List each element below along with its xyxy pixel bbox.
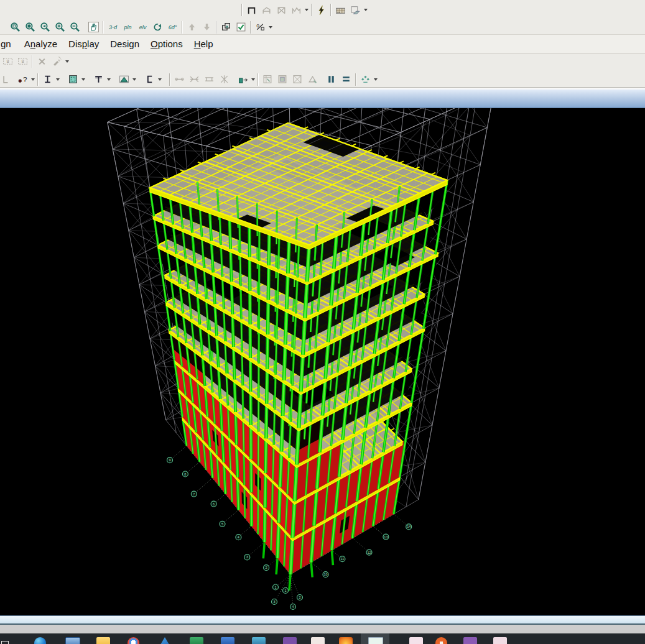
draw-wall-icon[interactable] [142, 72, 157, 87]
template-icon[interactable] [348, 2, 363, 17]
etabs-active-icon[interactable] [368, 637, 383, 644]
view-plan-icon[interactable]: pln [120, 20, 135, 35]
mesh-b-icon[interactable] [275, 72, 290, 87]
word-icon[interactable] [221, 637, 234, 644]
bridge-model-icon[interactable] [333, 2, 348, 17]
move-down-story-icon[interactable] [199, 20, 214, 35]
menu-item-help[interactable]: Help [188, 36, 219, 52]
3d-model-canvas[interactable]: 12345678910111213141234 [0, 108, 645, 615]
toolbar-separator [30, 55, 34, 68]
mesh-a-icon[interactable] [260, 72, 275, 87]
pier-label-icon-dropdown[interactable] [250, 73, 256, 86]
autocad-icon[interactable] [311, 637, 325, 644]
start-partial-icon[interactable] [1, 641, 9, 644]
toolbar-top [0, 0, 645, 17]
run-analysis-icon[interactable] [313, 2, 328, 17]
portal-frame-icon[interactable] [244, 2, 259, 17]
options-misc-icon[interactable] [358, 72, 373, 87]
set-view-options-icon[interactable] [233, 20, 248, 35]
windows-taskbar [0, 633, 645, 644]
opera-icon[interactable] [435, 637, 447, 644]
frame-section-a-icon[interactable]: 8 [0, 54, 15, 69]
draw-beam-icon-dropdown[interactable] [55, 73, 60, 86]
columns-pair-icon[interactable] [323, 72, 338, 87]
rotate-view-icon[interactable] [150, 20, 165, 35]
chrome-icon[interactable] [128, 637, 139, 644]
svg-text:9: 9 [169, 458, 170, 462]
svg-text:elv: elv [139, 24, 146, 30]
menu-item-gn[interactable]: gn [0, 36, 19, 52]
pier-label-icon[interactable] [235, 72, 250, 87]
mesh-d-icon[interactable] [305, 72, 320, 87]
release-both-icon[interactable] [202, 72, 216, 87]
delete-icon[interactable] [34, 54, 49, 69]
purple-grid-icon[interactable] [283, 637, 297, 644]
move-up-story-icon[interactable] [184, 20, 199, 35]
toolbar-separator [256, 73, 260, 86]
braced-frame-icon[interactable] [274, 2, 289, 17]
menu-item-design[interactable]: Design [104, 36, 145, 52]
assign-spray-icon[interactable] [49, 54, 64, 69]
zoom-window-icon[interactable] [7, 20, 22, 35]
toolbar-assign: 88 [0, 53, 645, 69]
teal-window-icon[interactable] [252, 637, 266, 644]
svg-text:8: 8 [184, 472, 186, 476]
draw-beam-icon[interactable] [40, 72, 55, 87]
wall-template-icon-dropdown[interactable] [304, 3, 309, 17]
draw-wall-icon-dropdown[interactable] [157, 73, 162, 86]
svg-text:4: 4 [292, 605, 294, 609]
query-icon[interactable]: ? [15, 72, 30, 87]
toolbar-view: 3-dplnelv6d°o [0, 17, 645, 35]
menu-item-display[interactable]: Display [63, 36, 104, 52]
zoom-out-icon[interactable] [67, 20, 82, 35]
purple-app-icon[interactable] [463, 637, 477, 644]
zoom-in-icon[interactable] [52, 20, 67, 35]
rows-icon[interactable] [338, 72, 353, 87]
pan-icon[interactable] [86, 20, 101, 35]
mesh-c-icon[interactable] [290, 72, 305, 87]
menu-item-options[interactable]: Options [145, 36, 188, 52]
view-elevation-icon[interactable]: elv [135, 20, 150, 35]
draw-column-icon-dropdown[interactable] [80, 73, 86, 86]
display-options-icon[interactable]: o [253, 20, 267, 35]
draw-slab-icon-dropdown[interactable] [131, 73, 137, 86]
browser-sphere-icon[interactable] [34, 637, 46, 644]
briefcase-icon[interactable] [65, 637, 80, 644]
svg-text:7: 7 [193, 492, 195, 496]
flame-icon[interactable] [339, 637, 353, 644]
display-options-icon-dropdown[interactable] [267, 21, 273, 34]
options-misc-icon-dropdown[interactable] [373, 73, 378, 86]
pink-tile-icon[interactable] [409, 637, 423, 644]
status-bar [0, 625, 645, 633]
assign-spray-icon-dropdown[interactable] [64, 55, 70, 68]
svg-text:?: ? [23, 75, 27, 83]
draw-column-icon[interactable] [65, 72, 80, 87]
draw-slab-icon[interactable] [116, 72, 131, 87]
draw-brace-icon[interactable] [91, 72, 106, 87]
release-end-icon[interactable] [187, 72, 202, 87]
zoom-previous-icon[interactable] [37, 20, 52, 35]
svg-text:8: 8 [6, 58, 9, 64]
menu-item-analyze[interactable]: Analyze [19, 36, 63, 52]
perspective-icon[interactable]: 6d° [165, 20, 180, 35]
query-icon-dropdown[interactable] [30, 73, 35, 86]
toolbar-separator [167, 73, 172, 86]
object-shrink-icon[interactable] [218, 20, 233, 35]
view-3d-icon[interactable]: 3-d [105, 20, 120, 35]
folder-icon[interactable] [96, 637, 110, 644]
draw-brace-icon-dropdown[interactable] [106, 73, 111, 86]
drive-pyramid-icon[interactable] [159, 637, 171, 644]
draw-more-icon[interactable] [162, 72, 167, 87]
model-viewport[interactable]: 12345678910111213141234 [0, 108, 645, 615]
template-icon-dropdown[interactable] [363, 3, 368, 17]
zoom-full-icon[interactable] [22, 20, 37, 35]
sloped-frame-icon[interactable] [259, 2, 274, 17]
release-start-icon[interactable] [172, 72, 187, 87]
moment-release-icon[interactable] [216, 72, 231, 87]
pink-app-icon[interactable] [493, 637, 507, 644]
frame-section-b-icon[interactable]: 8 [15, 54, 30, 69]
excel-icon[interactable] [190, 637, 203, 644]
snap-icon[interactable] [0, 72, 15, 87]
view-window-titlebar[interactable] [0, 90, 645, 108]
wall-template-icon[interactable] [289, 2, 304, 17]
